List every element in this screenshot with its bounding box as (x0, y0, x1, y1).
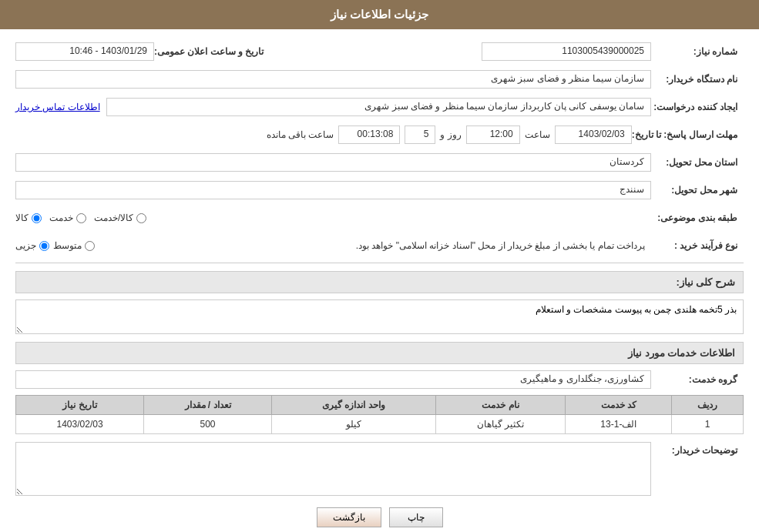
contact-link[interactable]: اطلاعات تماس خریدار (15, 102, 100, 112)
back-button[interactable]: بازگشت (317, 507, 381, 527)
col-unit: واحد اندازه گیری (272, 396, 436, 415)
need-number-value: 1103005439000025 (482, 42, 651, 61)
radio-motavasset[interactable] (85, 241, 95, 251)
buyer-org-label: نام دستگاه خریدار: (651, 74, 744, 85)
cell-quantity: 500 (144, 415, 272, 434)
cell-unit: کیلو (272, 415, 436, 434)
col-date: تاریخ نیاز (16, 396, 144, 415)
category-row: طبقه بندی موضوعی: کالا/خدمت خدمت کالا (15, 207, 744, 229)
radio-jozii[interactable] (39, 241, 49, 251)
buyer-notes-label: توضیحات خریدار: (651, 442, 744, 456)
province-row: استان محل تحویل: کردستان (15, 152, 744, 173)
service-group-row: گروه خدمت: کشاورزی، جنگلداری و ماهیگیری (15, 370, 744, 389)
table-row: 1 الف-1-13 تکثیر گیاهان کیلو 500 1403/02… (16, 415, 744, 434)
process-row: نوع فرآیند خرید : پرداخت تمام یا بخشی از… (15, 235, 744, 256)
process-options-group: پرداخت تمام یا بخشی از مبلغ خریدار از مح… (15, 240, 651, 251)
print-button[interactable]: چاپ (389, 507, 443, 527)
announce-date-value: 1403/01/29 - 10:46 (15, 42, 154, 61)
response-deadline-label: مهلت ارسال پاسخ: تا تاریخ: (632, 129, 744, 140)
label-kala-khadamat: کالا/خدمت (94, 212, 133, 223)
requester-label: ایجاد کننده درخواست: (651, 102, 744, 112)
announce-date-label: تاریخ و ساعت اعلان عمومی: (154, 46, 270, 57)
content-area: شماره نیاز: 1103005439000025 تاریخ و ساع… (0, 29, 759, 532)
label-khadamat: خدمت (49, 212, 73, 223)
description-section-text: شرح کلی نیاز: (676, 276, 735, 288)
response-remaining: 00:13:08 (338, 125, 400, 144)
divider-1 (15, 263, 744, 263)
col-quantity: تعداد / مقدار (144, 396, 272, 415)
buyer-org-value: سازمان سیما منظر و فضای سبز شهری (15, 70, 651, 89)
category-option-kala-khadamat[interactable]: کالا/خدمت (94, 212, 146, 223)
cell-service-code: الف-1-13 (566, 415, 672, 434)
province-value: کردستان (15, 153, 651, 172)
col-row-number: ردیف (672, 396, 744, 415)
service-group-value: کشاورزی، جنگلداری و ماهیگیری (15, 370, 651, 389)
need-number-row: شماره نیاز: 1103005439000025 تاریخ و ساع… (15, 41, 744, 62)
city-label: شهر محل تحویل: (651, 185, 744, 196)
table-body: 1 الف-1-13 تکثیر گیاهان کیلو 500 1403/02… (16, 415, 744, 434)
response-time-label: ساعت (520, 129, 555, 140)
cell-row-num: 1 (672, 415, 744, 434)
response-day-label: روز و (435, 129, 465, 140)
col-service-code: کد خدمت (566, 396, 672, 415)
button-row: چاپ بازگشت (15, 507, 744, 532)
cell-date: 1403/02/03 (16, 415, 144, 434)
response-days: 5 (405, 125, 435, 144)
city-row: شهر محل تحویل: سنندج (15, 179, 744, 201)
process-label: نوع فرآیند خرید : (651, 240, 744, 251)
city-value: سنندج (15, 181, 651, 199)
category-option-kala[interactable]: کالا (15, 212, 42, 223)
col-service-name: نام خدمت (435, 396, 566, 415)
services-table: ردیف کد خدمت نام خدمت واحد اندازه گیری ت… (15, 395, 744, 434)
cell-service-name: تکثیر گیاهان (435, 415, 566, 434)
services-section-title: اطلاعات خدمات مورد نیاز (15, 342, 744, 364)
page-title: جزئیات اطلاعات نیاز (331, 8, 428, 21)
radio-khadamat[interactable] (76, 213, 86, 223)
service-group-label: گروه خدمت: (651, 374, 744, 385)
radio-kala-khadamat[interactable] (136, 213, 146, 223)
need-number-label: شماره نیاز: (651, 46, 744, 57)
category-radio-group: کالا/خدمت خدمت کالا (15, 212, 651, 223)
description-textarea[interactable]: بذر 5تخمه هلندی چمن به پیوست مشخصات و اس… (15, 299, 744, 334)
radio-kala[interactable] (32, 213, 42, 223)
response-time: 12:00 (466, 125, 520, 144)
label-kala: کالا (15, 212, 29, 223)
requester-row: ایجاد کننده درخواست: سامان یوسفی کانی پا… (15, 96, 744, 118)
category-label: طبقه بندی موضوعی: (651, 212, 744, 223)
response-date: 1403/02/03 (555, 125, 632, 144)
table-header-row: ردیف کد خدمت نام خدمت واحد اندازه گیری ت… (16, 396, 744, 415)
response-deadline-row: مهلت ارسال پاسخ: تا تاریخ: 1403/02/03 سا… (15, 124, 744, 146)
buyer-notes-textarea[interactable] (15, 442, 651, 496)
label-jozii: جزیی (15, 240, 36, 251)
buyer-notes-row: توضیحات خریدار: (15, 442, 744, 496)
buyer-org-row: نام دستگاه خریدار: سازمان سیما منظر و فض… (15, 69, 744, 90)
description-section-title: شرح کلی نیاز: (15, 271, 744, 293)
response-remaining-label: ساعت باقی مانده (262, 129, 339, 140)
page-header: جزئیات اطلاعات نیاز (0, 0, 759, 29)
province-label: استان محل تحویل: (651, 157, 744, 168)
requester-value: سامان یوسفی کانی پان کاربرداز سازمان سیم… (106, 98, 651, 116)
process-option-motavasset[interactable]: متوسط (53, 240, 95, 251)
description-row: بذر 5تخمه هلندی چمن به پیوست مشخصات و اس… (15, 299, 744, 334)
process-option-jozii[interactable]: جزیی (15, 240, 49, 251)
process-note: پرداخت تمام یا بخشی از مبلغ خریدار از مح… (99, 240, 651, 251)
page-wrapper: جزئیات اطلاعات نیاز شماره نیاز: 11030054… (0, 0, 759, 532)
label-motavasset: متوسط (53, 240, 82, 251)
category-option-khadamat[interactable]: خدمت (49, 212, 86, 223)
